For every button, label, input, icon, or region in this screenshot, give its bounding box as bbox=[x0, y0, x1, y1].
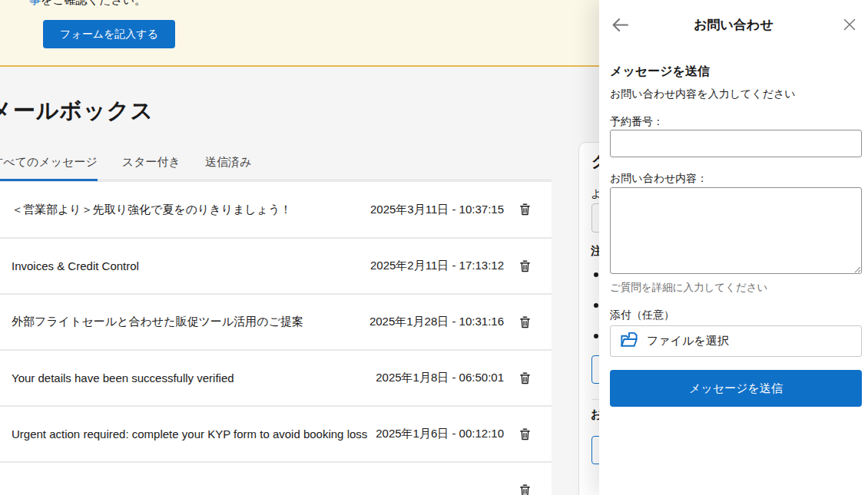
banner-notice-text: 事をご確認ください。 bbox=[29, 0, 146, 8]
table-row[interactable]: Your details have been successfully veri… bbox=[0, 349, 552, 405]
contact-panel: お問い合わせ メッセージを送信 お問い合わせ内容を入力してください 予約番号： … bbox=[599, 0, 868, 495]
send-message-button[interactable]: メッセージを送信 bbox=[610, 370, 862, 407]
trash-icon bbox=[517, 434, 533, 445]
attachment-label: 添付（任意） bbox=[610, 309, 862, 322]
bullet-icon bbox=[594, 272, 598, 277]
delete-message-button[interactable] bbox=[515, 312, 535, 332]
send-message-subtext: お問い合わせ内容を入力してください bbox=[610, 87, 862, 101]
table-row[interactable]: ＜営業部より＞先取り強化で夏をのりきりましょう！ 2025年3月11日 - 10… bbox=[0, 181, 552, 237]
message-date: 2025年1月6日 - 00:12:10 bbox=[376, 427, 504, 441]
bullet-icon bbox=[594, 303, 598, 308]
table-row[interactable]: Invoices & Credit Control 2025年2月11日 - 1… bbox=[0, 237, 552, 293]
message-title: Urgent action required: complete your KY… bbox=[12, 427, 376, 441]
banner-notice-link[interactable]: 事 bbox=[29, 0, 41, 6]
contact-panel-title: お問い合わせ bbox=[599, 16, 868, 34]
delete-message-button[interactable] bbox=[515, 480, 535, 495]
delete-message-button[interactable] bbox=[515, 424, 535, 444]
mailbox-main: メールボックス すべてのメッセージ スター付き 送信済み ＜営業部より＞先取り強… bbox=[0, 68, 599, 495]
tab-all-messages[interactable]: すべてのメッセージ bbox=[0, 155, 98, 180]
page-title: メールボックス bbox=[0, 96, 154, 127]
tab-sent[interactable]: 送信済み bbox=[205, 155, 251, 180]
table-row[interactable] bbox=[0, 461, 552, 495]
message-title: Your details have been successfully veri… bbox=[12, 371, 376, 384]
fill-form-button[interactable]: フォームを記入する bbox=[43, 20, 175, 48]
reservation-number-label: 予約番号： bbox=[610, 115, 862, 129]
contact-panel-header: お問い合わせ bbox=[599, 0, 868, 48]
close-icon bbox=[840, 25, 859, 36]
table-row[interactable]: 外部フライトセールと合わせた販促ツール活用のご提案 2025年1月28日 - 1… bbox=[0, 293, 552, 349]
send-message-heading: メッセージを送信 bbox=[610, 64, 862, 80]
delete-message-button[interactable] bbox=[515, 256, 535, 276]
inquiry-content-textarea[interactable] bbox=[610, 187, 862, 274]
trash-icon bbox=[517, 378, 533, 389]
trash-icon bbox=[517, 322, 533, 333]
folder-open-icon bbox=[618, 330, 639, 352]
trash-icon bbox=[517, 490, 533, 495]
bullet-icon bbox=[594, 334, 598, 338]
message-date: 2025年3月11日 - 10:37:15 bbox=[370, 203, 504, 217]
message-date: 2025年1月8日 - 06:50:01 bbox=[376, 371, 504, 385]
message-date: 2025年1月28日 - 10:31:16 bbox=[369, 315, 504, 329]
mailbox-tabs: すべてのメッセージ スター付き 送信済み bbox=[0, 150, 552, 180]
message-list: ＜営業部より＞先取り強化で夏をのりきりましょう！ 2025年3月11日 - 10… bbox=[0, 181, 552, 495]
trash-icon bbox=[517, 266, 533, 277]
message-title: Invoices & Credit Control bbox=[12, 259, 370, 272]
tab-starred[interactable]: スター付き bbox=[122, 155, 181, 180]
close-button[interactable] bbox=[839, 14, 860, 35]
inquiry-content-label: お問い合わせ内容： bbox=[610, 172, 862, 186]
reservation-number-input[interactable] bbox=[610, 130, 862, 157]
message-title: 外部フライトセールと合わせた販促ツール活用のご提案 bbox=[12, 315, 369, 329]
delete-message-button[interactable] bbox=[515, 368, 535, 388]
table-row[interactable]: Urgent action required: complete your KY… bbox=[0, 405, 552, 461]
screen: 事をご確認ください。 フォームを記入する メールボックス すべてのメッセージ ス… bbox=[0, 0, 868, 495]
banner-notice-rest: をご確認ください。 bbox=[41, 0, 146, 6]
message-title: ＜営業部より＞先取り強化で夏をのりきりましょう！ bbox=[12, 203, 370, 217]
message-date: 2025年2月11日 - 17:13:12 bbox=[370, 259, 504, 273]
file-select-button[interactable]: ファイルを選択 bbox=[610, 325, 862, 357]
delete-message-button[interactable] bbox=[515, 200, 535, 219]
inquiry-helper-text: ご質問を詳細に入力してください bbox=[610, 281, 862, 295]
trash-icon bbox=[517, 209, 533, 220]
file-select-label: ファイルを選択 bbox=[647, 334, 729, 348]
